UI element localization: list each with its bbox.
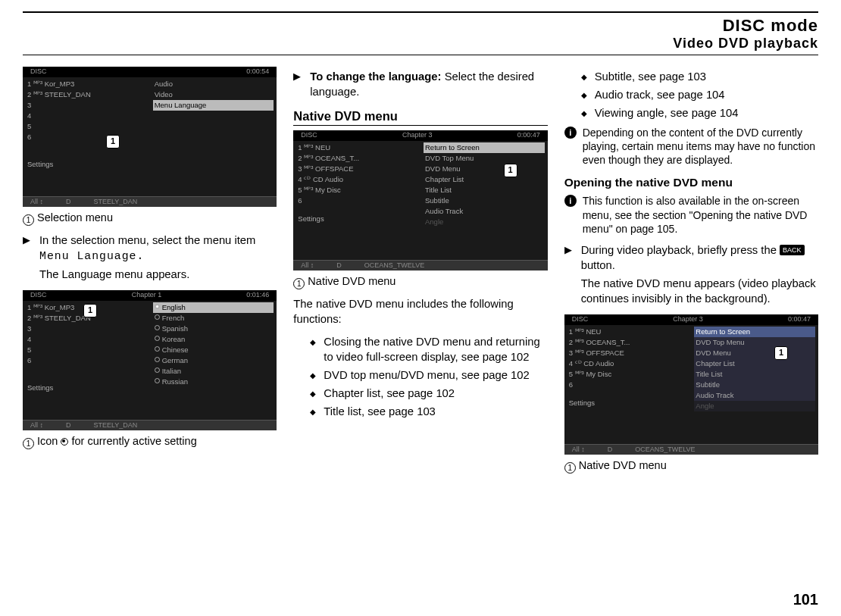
- step-text: During video playback, briefly press the…: [581, 243, 818, 274]
- menu-item: Audio: [153, 79, 274, 89]
- instruction-step: ▶ During video playback, briefly press t…: [564, 243, 818, 274]
- list-item: 4: [26, 334, 147, 345]
- list-item: 6: [26, 132, 147, 142]
- ss-bot: STEELY_DAN: [94, 421, 138, 430]
- paragraph: The Language menu appears.: [39, 267, 277, 283]
- caption-4: 1 Native DVD menu: [564, 459, 818, 474]
- ss-bot: D: [66, 421, 71, 430]
- header-title: DISC mode: [23, 16, 818, 36]
- callout-1: 1: [504, 164, 517, 177]
- list-item: 3: [26, 100, 147, 111]
- ss-bot: All ↕: [301, 261, 314, 270]
- caption-text: Selection menu: [37, 211, 113, 224]
- info-text: This function is also available in the o…: [583, 194, 818, 236]
- list-item: 5: [26, 121, 147, 132]
- menu-item: Title List: [694, 369, 815, 380]
- lang-english: English: [153, 302, 274, 313]
- paragraph: The native DVD menu includes the followi…: [293, 297, 547, 327]
- list-item: 4 ᶜᴰ CD Audio: [567, 358, 689, 369]
- list-item: 5 ᴹᴾ³ My Disc: [296, 185, 417, 195]
- ss-title: DISC: [301, 131, 317, 140]
- list-item: 5 ᴹᴾ³ My Disc: [567, 369, 689, 380]
- screenshot-native-dvd-2: DISC Chapter 3 0:00:47 1 ᴹᴾ³ NEU 2 ᴹᴾ³ O…: [564, 314, 818, 455]
- list-item: 6: [26, 355, 147, 366]
- menu-item: DVD Menu: [424, 164, 545, 174]
- bullet-item: Chapter list, see page 102: [310, 386, 547, 402]
- ss-time: 0:00:54: [246, 67, 269, 77]
- ss-title: DISC: [30, 67, 47, 77]
- function-list: Closing the native DVD menu and returnin…: [310, 335, 547, 420]
- ss-title: DISC: [572, 315, 589, 324]
- instruction-step: ▶ In the selection menu, select the menu…: [23, 233, 277, 264]
- header-subtitle: Video DVD playback: [23, 36, 818, 55]
- lang-item: Russian: [153, 377, 274, 387]
- screenshot-language-menu: DISC Chapter 1 0:01:46 1 ᴹᴾ³ Kor_MP3 2 ᴹ…: [23, 290, 277, 430]
- list-item: 3: [26, 324, 147, 334]
- caption-2: 1 Icon for currently active setting: [23, 435, 277, 449]
- active-dot-icon: [61, 438, 68, 446]
- circled-number: 1: [564, 462, 576, 474]
- list-item: 1 ᴹᴾ³ NEU: [296, 142, 417, 153]
- ss-chapter: Chapter 3: [673, 315, 703, 324]
- list-item: 3 ᴹᴾ³ OFFSPACE: [296, 164, 417, 174]
- bullet-item: Viewing angle, see page 104: [581, 106, 818, 121]
- column-2: ▶ To change the language: Select the des…: [293, 67, 547, 481]
- heading-opening-native: Opening the native DVD menu: [564, 176, 818, 189]
- menu-item: Chapter List: [424, 174, 545, 185]
- callout-1: 1: [83, 304, 97, 317]
- list-item: 4 ᶜᴰ CD Audio: [296, 174, 417, 185]
- paragraph: The native DVD menu appears (video playb…: [581, 277, 818, 307]
- caption-text-a: Icon: [37, 435, 61, 447]
- menu-item: Chapter List: [694, 358, 815, 369]
- ss-bot: OCEANS_TWELVE: [364, 261, 424, 270]
- function-list-cont: Subtitle, see page 103 Audio track, see …: [581, 70, 818, 121]
- callout-1: 1: [106, 135, 120, 149]
- circled-number: 1: [293, 278, 305, 289]
- screenshot-native-dvd-1: DISC Chapter 3 0:00:47 1 ᴹᴾ³ NEU 2 ᴹᴾ³ O…: [293, 130, 547, 270]
- list-item: 4: [26, 111, 147, 121]
- ss-bot: D: [608, 446, 613, 454]
- lang-item: Spanish: [153, 324, 274, 334]
- ss-bot: STEELY_DAN: [94, 198, 138, 206]
- step-text: In the selection menu, select the menu i…: [39, 233, 277, 264]
- settings-label: Settings: [26, 159, 147, 170]
- column-3: Subtitle, see page 103 Audio track, see …: [564, 67, 818, 481]
- menu-item: DVD Top Menu: [694, 337, 815, 348]
- instruction-step: ▶ To change the language: Select the des…: [293, 70, 547, 100]
- bullet-item: DVD top menu/DVD menu, see page 102: [310, 368, 547, 383]
- list-item: 3 ᴹᴾ³ OFFSPACE: [567, 348, 689, 358]
- circled-number: 1: [23, 438, 34, 449]
- ss-bot: D: [66, 198, 71, 206]
- menu-item: Subtitle: [424, 195, 545, 206]
- ss-time: 0:00:47: [788, 315, 811, 324]
- screenshot-selection-menu: DISC 0:00:54 1 ᴹᴾ³ Kor_MP3 2 ᴹᴾ³ STEELY_…: [23, 67, 277, 207]
- step-text: To change the language: Select the desir…: [310, 70, 547, 100]
- column-1: DISC 0:00:54 1 ᴹᴾ³ Kor_MP3 2 ᴹᴾ³ STEELY_…: [23, 67, 277, 481]
- menu-item-selected: Return to Screen: [694, 327, 815, 337]
- ss-bot: All ↕: [30, 421, 43, 430]
- caption-text: Native DVD menu: [308, 275, 395, 287]
- menu-item: DVD Menu: [694, 348, 815, 358]
- bullet-item: Title list, see page 103: [310, 405, 547, 420]
- ss-time: 0:01:46: [246, 291, 269, 300]
- page-number: 101: [793, 591, 818, 608]
- callout-1: 1: [774, 346, 788, 360]
- menu-item: Subtitle: [694, 380, 815, 390]
- lang-item: German: [153, 355, 274, 366]
- circled-number: 1: [23, 214, 34, 226]
- info-note-1: i Depending on the content of the DVD cu…: [564, 126, 818, 167]
- ss-chapter: Chapter 1: [132, 291, 162, 300]
- caption-1: 1 Selection menu: [23, 211, 277, 226]
- list-item: 6: [567, 380, 689, 390]
- menu-item: Audio Track: [694, 390, 815, 401]
- content-columns: DISC 0:00:54 1 ᴹᴾ³ Kor_MP3 2 ᴹᴾ³ STEELY_…: [23, 67, 818, 481]
- menu-item: Video: [153, 89, 274, 100]
- caption-text-b: for currently active setting: [72, 435, 197, 447]
- ss-bot: OCEANS_TWELVE: [635, 446, 695, 454]
- menu-item-selected: Menu Language: [153, 100, 274, 111]
- info-text: Depending on the content of the DVD curr…: [583, 126, 818, 167]
- triangle-icon: ▶: [23, 233, 39, 245]
- menu-item-selected: Return to Screen: [424, 142, 545, 153]
- bullet-item: Audio track, see page 104: [581, 88, 818, 103]
- list-item: 6: [296, 195, 417, 206]
